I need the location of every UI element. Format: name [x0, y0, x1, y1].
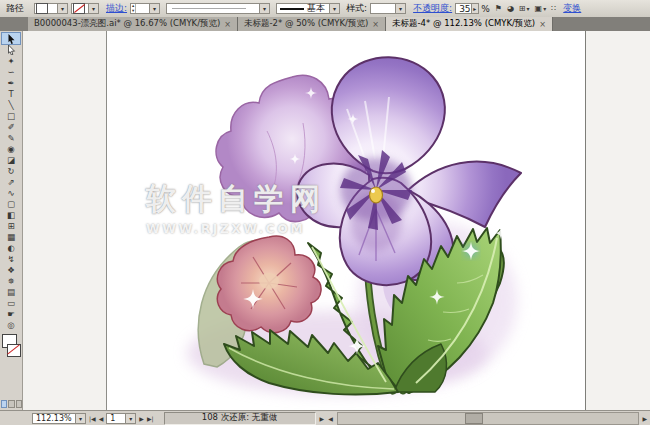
artboard[interactable]	[106, 31, 586, 410]
tab-document-1[interactable]: B0000043-漂亮图.ai* @ 16.67% (CMYK/预览) ×	[28, 17, 238, 31]
tab-document-3-active[interactable]: 未标题-4* @ 112.13% (CMYK/预览) ×	[386, 17, 553, 31]
lasso-icon: ∽	[7, 67, 14, 77]
chevron-down-icon[interactable]: ▾	[395, 4, 405, 13]
undo-status-display: 108 次还原: 无重做	[164, 412, 316, 425]
isolate-mode-icon[interactable]: ▣	[535, 4, 543, 13]
control-bar: 路径 ▾ ▾ 描边: ▴▾ ▾ ▾ 基本 ▾ 样式:	[0, 0, 650, 18]
flower-artwork	[107, 31, 585, 410]
brush-stroke-preview	[280, 8, 304, 10]
status-expand-icon[interactable]: ▶	[320, 415, 325, 422]
free-transform-tool[interactable]: ▢	[2, 198, 20, 209]
constrain-icon[interactable]: ∷	[551, 4, 556, 13]
draw-inside-mode-button[interactable]	[16, 400, 22, 408]
eyedropper-tool[interactable]: ↯	[2, 253, 20, 264]
zoom-tool[interactable]: ◎	[2, 319, 20, 330]
type-icon: T	[8, 89, 13, 99]
eyedropper-icon: ↯	[7, 254, 14, 264]
lasso-tool[interactable]: ∽	[2, 66, 20, 77]
next-artboard-button[interactable]: ▶	[139, 415, 144, 422]
mesh-tool[interactable]: ▦	[2, 231, 20, 242]
tab-document-2[interactable]: 未标题-2* @ 50% (CMYK/预览) ×	[238, 17, 386, 31]
stroke-panel-link[interactable]: 描边:	[106, 2, 127, 15]
chevron-down-icon[interactable]: ▾	[259, 4, 269, 13]
width-icon: ∿	[7, 188, 14, 198]
first-artboard-button[interactable]: |◀	[89, 415, 96, 422]
chevron-down-icon[interactable]: ▾	[57, 4, 67, 13]
pen-tool[interactable]: ✒	[2, 77, 20, 88]
scroll-right-button[interactable]: ▶	[642, 415, 647, 422]
pencil-tool[interactable]: ✎	[2, 132, 20, 143]
artboard-tool[interactable]: ▭	[2, 297, 20, 308]
artboard-number[interactable]: 1	[107, 414, 125, 423]
free-transform-icon: ▢	[7, 199, 15, 209]
direct-selection-tool[interactable]	[2, 44, 20, 55]
zoom-level-combo[interactable]: 112.13% ▾	[32, 413, 86, 424]
style-combo[interactable]: ▾	[370, 3, 406, 14]
white-arrow-icon	[7, 45, 16, 55]
chevron-down-icon[interactable]: ▾	[88, 4, 98, 13]
perspective-grid-tool[interactable]: ⊞	[2, 220, 20, 231]
close-icon[interactable]: ×	[224, 20, 231, 29]
chevron-down-icon[interactable]: ▾	[527, 5, 530, 12]
fill-swatch[interactable]	[36, 3, 48, 14]
stepper-icon[interactable]: ▴▾	[131, 4, 136, 13]
chevron-down-icon[interactable]: ▾	[149, 4, 159, 13]
chevron-right-icon[interactable]: ▸	[471, 4, 479, 13]
opacity-panel-link[interactable]: 不透明度:	[413, 2, 452, 15]
type-tool[interactable]: T	[2, 88, 20, 99]
scale-tool[interactable]: ⇗	[2, 176, 20, 187]
blend-tool[interactable]: ❖	[2, 264, 20, 275]
document-canvas[interactable]: 软件自学网 WWW.RJZXW.COM	[22, 31, 650, 410]
stroke-weight-combo[interactable]: ▴▾ ▾	[130, 3, 160, 14]
transform-panel-link[interactable]: 变换	[563, 2, 581, 15]
stroke-color-combo[interactable]: ▾	[71, 3, 99, 14]
flower-heart	[370, 187, 383, 203]
width-tool[interactable]: ∿	[2, 187, 20, 198]
rectangle-tool[interactable]: □	[2, 110, 20, 121]
align-grid-icon[interactable]: ⊞	[519, 4, 526, 13]
previous-artboard-button[interactable]: ◀	[99, 415, 104, 422]
blob-brush-tool[interactable]: ◉	[2, 143, 20, 154]
close-icon[interactable]: ×	[372, 20, 379, 29]
width-profile-combo[interactable]: ▾	[166, 3, 270, 14]
symbol-sprayer-tool[interactable]: ✵	[2, 275, 20, 286]
column-graph-tool[interactable]: ▤	[2, 286, 20, 297]
black-arrow-icon	[7, 34, 16, 44]
scroll-left-button[interactable]: ◀	[328, 415, 333, 422]
selection-tool[interactable]	[2, 33, 20, 44]
line-segment-tool[interactable]: ╲	[2, 99, 20, 110]
paintbrush-tool[interactable]: ✐	[2, 121, 20, 132]
draw-behind-mode-button[interactable]	[8, 400, 14, 408]
artboard-icon: ▭	[7, 298, 15, 308]
chevron-down-icon[interactable]: ▾	[125, 414, 135, 423]
eraser-tool[interactable]: ◪	[2, 154, 20, 165]
chevron-down-icon[interactable]: ▾	[329, 4, 339, 13]
last-artboard-button[interactable]: ▶|	[147, 415, 154, 422]
illustrator-window: 路径 ▾ ▾ 描边: ▴▾ ▾ ▾ 基本 ▾ 样式:	[0, 0, 650, 425]
artboard-navigation-combo[interactable]: 1 ▾	[106, 413, 136, 424]
rotate-tool[interactable]: ↻	[2, 165, 20, 176]
mesh-icon: ▦	[7, 232, 15, 242]
zoom-icon: ◎	[7, 320, 14, 330]
draw-normal-mode-button[interactable]	[1, 400, 7, 408]
brush-definition-combo[interactable]: 基本 ▾	[276, 3, 340, 14]
opacity-combo[interactable]: 35 ▸	[455, 3, 479, 14]
chevron-down-icon[interactable]: ▾	[75, 414, 85, 423]
shape-builder-tool[interactable]: ◧	[2, 209, 20, 220]
stroke-none-swatch[interactable]	[73, 3, 85, 14]
gradient-tool[interactable]: ◐	[2, 242, 20, 253]
opacity-value[interactable]: 35	[456, 4, 470, 14]
horizontal-scrollbar-thumb[interactable]	[465, 413, 483, 424]
hand-tool[interactable]: ☛	[2, 308, 20, 319]
brush-name: 基本	[307, 2, 325, 15]
status-bar: 112.13% ▾ |◀ ◀ 1 ▾ ▶ ▶| 108 次还原: 无重做 ▶ ◀…	[0, 410, 650, 425]
fill-color-combo[interactable]: ▾	[34, 3, 68, 14]
magic-wand-tool[interactable]: ✦	[2, 55, 20, 66]
zoom-level-value[interactable]: 112.13%	[33, 414, 75, 423]
flag-icon[interactable]: ⚑	[495, 4, 502, 13]
close-icon[interactable]: ×	[539, 20, 546, 29]
chevron-down-icon[interactable]: ▾	[543, 5, 546, 12]
stroke-proxy[interactable]	[7, 344, 21, 357]
recolor-artwork-icon[interactable]: ◕	[507, 4, 514, 13]
horizontal-scrollbar[interactable]	[337, 412, 640, 425]
